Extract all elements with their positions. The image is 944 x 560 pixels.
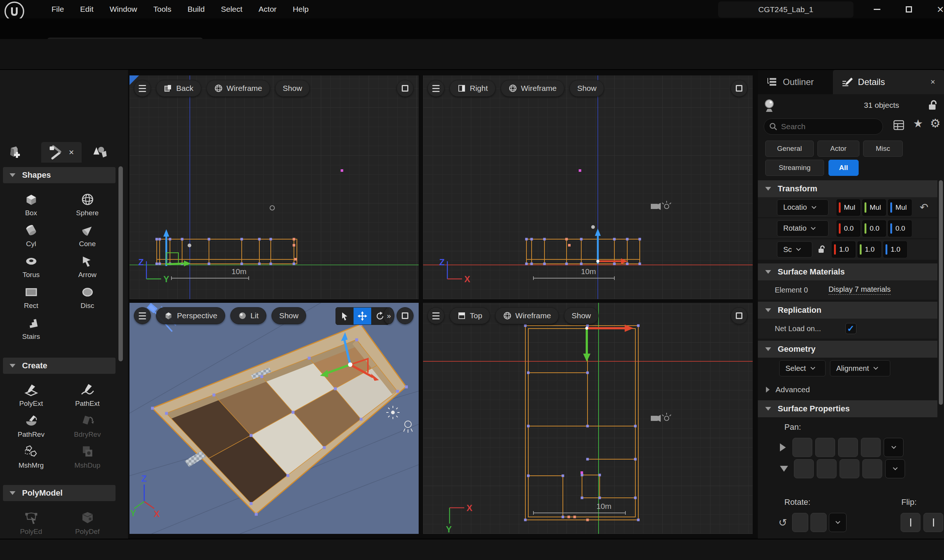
modes-panel-scrollbar[interactable]	[118, 166, 123, 361]
view-mode-dropdown[interactable]: Wireframe	[495, 307, 559, 324]
pan-button-8[interactable]	[863, 459, 882, 478]
expand-toolbar-button[interactable]: »	[383, 307, 394, 324]
scale-z-field[interactable]: 1.0	[883, 242, 907, 258]
view-mode-dropdown[interactable]: Lit	[230, 307, 266, 324]
menu-file[interactable]: File	[43, 0, 72, 18]
select-tool-button[interactable]	[336, 308, 354, 325]
location-y-field[interactable]: Mul	[863, 199, 886, 215]
filter-misc[interactable]: Misc	[863, 140, 903, 157]
section-surface-materials[interactable]: Surface Materials	[758, 263, 937, 280]
flip-v-button[interactable]	[923, 513, 943, 532]
search-field[interactable]	[764, 118, 883, 135]
pan-dropdown-1[interactable]	[884, 438, 904, 457]
viewport-type-dropdown[interactable]: Right	[450, 80, 495, 97]
rotate-ccw-icon[interactable]: ↺	[778, 517, 787, 529]
scale-dropdown[interactable]: Sc	[777, 242, 812, 258]
rotation-y-field[interactable]: 0.0	[863, 220, 886, 237]
lock-icon[interactable]	[927, 99, 938, 112]
display-materials-link[interactable]: Display 7 materials	[829, 285, 891, 295]
select-dropdown[interactable]: Select	[779, 360, 826, 376]
maximize-viewport-button[interactable]	[730, 307, 747, 324]
tool-box[interactable]: Box	[3, 191, 59, 217]
scale-lock-icon[interactable]	[818, 245, 826, 254]
menu-edit[interactable]: Edit	[72, 0, 101, 18]
menu-window[interactable]: Window	[101, 0, 145, 18]
menu-tools[interactable]: Tools	[145, 0, 180, 18]
pan-dropdown-2[interactable]	[885, 459, 905, 478]
show-dropdown[interactable]: Show	[272, 307, 306, 324]
pan-button-7[interactable]	[839, 459, 859, 478]
outliner-tab[interactable]: Outliner	[758, 70, 823, 94]
menu-actor[interactable]: Actor	[251, 0, 285, 18]
flip-h-button[interactable]	[901, 513, 921, 532]
pan-button-1[interactable]	[792, 438, 812, 457]
tool-arrow[interactable]: Arrow	[59, 253, 115, 279]
tool-mshdup[interactable]: MshDup	[59, 444, 115, 469]
tool-stairs[interactable]: Stairs	[3, 315, 59, 341]
view-mode-dropdown[interactable]: Wireframe	[501, 80, 564, 97]
tool-cyl[interactable]: Cyl	[3, 222, 59, 248]
location-dropdown[interactable]: Locatio	[777, 199, 829, 215]
close-modeling-tab-icon[interactable]: ×	[69, 147, 74, 157]
viewport-menu-button[interactable]	[427, 80, 444, 97]
maximize-viewport-button[interactable]	[730, 80, 747, 97]
show-dropdown[interactable]: Show	[564, 307, 599, 324]
section-geometry[interactable]: Geometry	[758, 341, 937, 358]
pan-button-5[interactable]	[794, 459, 814, 478]
filter-actor[interactable]: Actor	[818, 140, 859, 157]
viewport-menu-button[interactable]	[427, 307, 444, 324]
rotation-x-field[interactable]: 0.0	[836, 220, 860, 237]
rotate-dropdown[interactable]	[829, 513, 847, 532]
modeling-mode-tab[interactable]: ×	[41, 142, 81, 163]
maximize-button[interactable]	[898, 0, 919, 18]
viewport-menu-button[interactable]	[134, 80, 151, 97]
details-scrollbar[interactable]	[939, 180, 943, 405]
section-replication[interactable]: Replication	[758, 302, 937, 318]
section-polymodel[interactable]: PolyModel	[3, 485, 115, 501]
viewport-type-dropdown[interactable]: Back	[156, 80, 201, 97]
maximize-viewport-button[interactable]	[397, 307, 414, 324]
tool-mshmrg[interactable]: MshMrg	[3, 444, 59, 469]
advanced-row[interactable]: Advanced	[758, 380, 937, 399]
rotate-button-2[interactable]	[810, 513, 827, 532]
tool-polyext[interactable]: PolyExt	[3, 382, 59, 408]
section-transform[interactable]: Transform	[758, 180, 937, 197]
pan-button-6[interactable]	[817, 459, 836, 478]
menu-select[interactable]: Select	[213, 0, 250, 18]
pan-button-3[interactable]	[838, 438, 858, 457]
menu-help[interactable]: Help	[285, 0, 317, 18]
pan-right-icon[interactable]	[780, 443, 786, 451]
viewport-right[interactable]: 10m Z X Right Wireframe Show	[423, 75, 753, 299]
filter-streaming[interactable]: Streaming	[765, 160, 824, 176]
scale-y-field[interactable]: 1.0	[858, 242, 881, 258]
alignment-dropdown[interactable]: Alignment	[830, 360, 890, 376]
pan-button-4[interactable]	[861, 438, 881, 457]
reset-transform-icon[interactable]: ↶	[920, 201, 928, 214]
search-input[interactable]	[781, 122, 874, 131]
tool-pathrev[interactable]: PathRev	[3, 413, 59, 438]
section-create[interactable]: Create	[3, 358, 115, 374]
maximize-viewport-button[interactable]	[397, 80, 414, 97]
show-dropdown[interactable]: Show	[275, 80, 310, 97]
show-dropdown[interactable]: Show	[569, 80, 604, 97]
details-settings-icon[interactable]: ⚙	[930, 116, 941, 130]
close-details-tab-icon[interactable]: ×	[930, 77, 935, 87]
rotate-button-1[interactable]	[792, 513, 808, 532]
viewport-menu-button[interactable]	[134, 307, 151, 324]
view-mode-dropdown[interactable]: Wireframe	[206, 80, 270, 97]
section-shapes[interactable]: Shapes	[3, 167, 115, 183]
tool-sphere[interactable]: Sphere	[59, 191, 115, 217]
table-view-icon[interactable]	[893, 120, 904, 132]
scale-x-field[interactable]: 1.0	[832, 242, 855, 258]
viewport-perspective[interactable]: Z Y X Perspective Lit Show	[129, 303, 419, 534]
place-actors-tab[interactable]	[3, 142, 26, 163]
location-z-field[interactable]: Mul	[888, 199, 912, 215]
net-load-checkbox[interactable]: ✓	[846, 323, 856, 334]
tool-disc[interactable]: Disc	[59, 284, 115, 310]
shapes-mode-tab[interactable]	[88, 142, 112, 163]
viewport-type-dropdown[interactable]: Perspective	[156, 307, 225, 324]
filter-general[interactable]: General	[765, 140, 814, 157]
tool-polyed[interactable]: PolyEd	[3, 510, 59, 536]
location-x-field[interactable]: Mul	[836, 199, 860, 215]
favorites-icon[interactable]: ★	[913, 117, 923, 130]
